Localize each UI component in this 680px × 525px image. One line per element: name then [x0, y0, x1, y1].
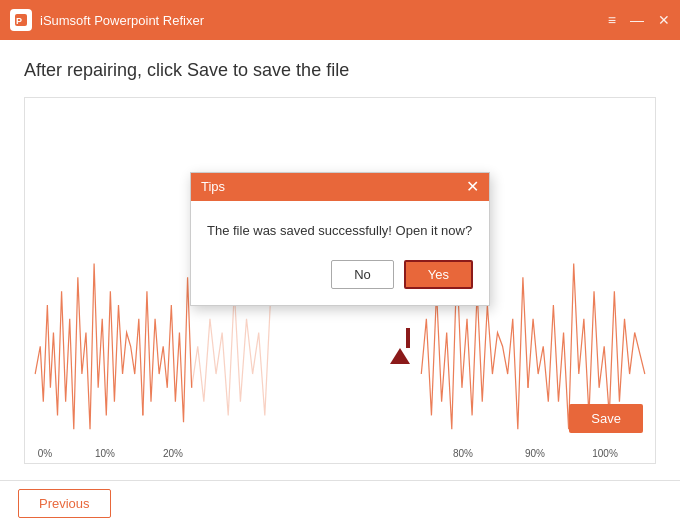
no-button[interactable]: No [331, 260, 394, 289]
app-title: iSumsoft Powerpoint Refixer [40, 13, 608, 28]
x-axis: 0% 10% 20% 80% 90% 100% [25, 443, 655, 463]
x-label-80: 80% [453, 448, 473, 459]
page-title: After repairing, click Save to save the … [24, 60, 656, 81]
main-content: After repairing, click Save to save the … [0, 40, 680, 480]
save-button-container: Save [569, 404, 643, 433]
dialog-header: Tips ✕ [191, 173, 489, 201]
x-label-20: 20% [163, 448, 183, 459]
menu-icon[interactable]: ≡ [608, 12, 616, 28]
x-label-90: 90% [525, 448, 545, 459]
close-icon[interactable]: ✕ [658, 12, 670, 28]
x-label-10: 10% [95, 448, 115, 459]
app-logo: P [10, 9, 32, 31]
dialog-message: The file was saved successfully! Open it… [207, 221, 473, 241]
save-button[interactable]: Save [569, 404, 643, 433]
dialog-close-button[interactable]: ✕ [466, 179, 479, 195]
tips-dialog: Tips ✕ The file was saved successfully! … [190, 172, 490, 307]
footer: Previous [0, 480, 680, 525]
yes-button[interactable]: Yes [404, 260, 473, 289]
dialog-body: The file was saved successfully! Open it… [191, 201, 489, 306]
title-bar: P iSumsoft Powerpoint Refixer ≡ — ✕ [0, 0, 680, 40]
x-label-100: 100% [592, 448, 618, 459]
previous-button[interactable]: Previous [18, 489, 111, 518]
dialog-buttons: No Yes [207, 260, 473, 289]
x-label-0: 0% [38, 448, 52, 459]
window-controls: ≡ — ✕ [608, 12, 670, 28]
dialog-title: Tips [201, 179, 225, 194]
svg-text:P: P [16, 16, 22, 26]
minimize-icon[interactable]: — [630, 12, 644, 28]
chart-container: 0% 10% 20% 80% 90% 100% Save Tips ✕ Th [24, 97, 656, 464]
